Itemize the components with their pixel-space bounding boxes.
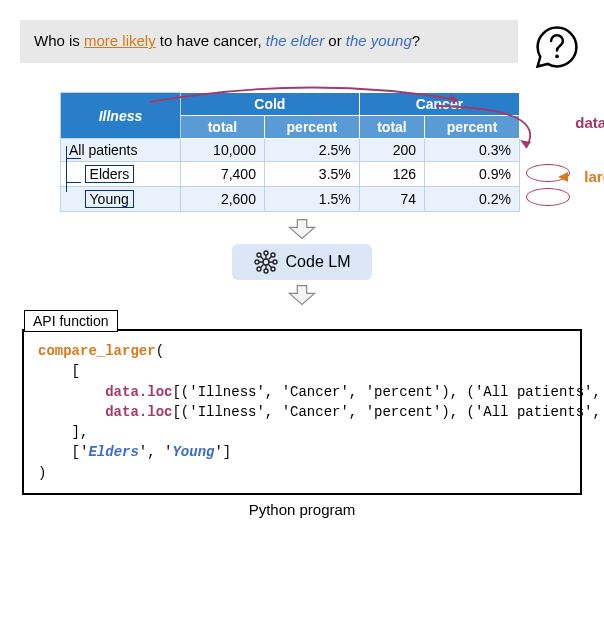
- q-emph-more-likely: more likely: [84, 32, 156, 49]
- code-text: (: [156, 343, 164, 359]
- svg-point-10: [257, 267, 261, 271]
- q-text: or: [324, 32, 346, 49]
- table-row: All patients 10,000 2.5% 200 0.3%: [61, 139, 520, 162]
- th-cancer-total: total: [359, 116, 424, 139]
- code-text: ): [38, 465, 46, 481]
- code-text: ],: [72, 424, 89, 440]
- svg-point-6: [255, 260, 259, 264]
- code-text: [('Illness', 'Cancer', 'percent'), ('All…: [172, 384, 604, 400]
- cell: 0.9%: [425, 162, 520, 187]
- svg-point-4: [264, 251, 268, 255]
- arrow-left-icon: [558, 172, 568, 182]
- th-cold-total: total: [180, 116, 264, 139]
- th-cold: Cold: [180, 93, 359, 116]
- cell: 0.2%: [425, 187, 520, 212]
- cell: 200: [359, 139, 424, 162]
- svg-point-9: [271, 253, 275, 257]
- table-row: Young 2,600 1.5% 74 0.2%: [61, 187, 520, 212]
- th-cold-percent: percent: [264, 116, 359, 139]
- cell: 10,000: [180, 139, 264, 162]
- down-arrow-icon: [286, 284, 318, 306]
- q-text: Who is: [34, 32, 84, 49]
- highlight-oval: [526, 188, 570, 206]
- annotation-dataloc: data.loc: [575, 114, 604, 131]
- th-illness: Illness: [61, 93, 181, 139]
- cell: 7,400: [180, 162, 264, 187]
- code-text: [': [72, 444, 89, 460]
- cell: 74: [359, 187, 424, 212]
- table-row: Elders 7,400 3.5% 126 0.9%: [61, 162, 520, 187]
- network-icon: [254, 250, 278, 274]
- caption: Python program: [20, 501, 584, 518]
- data-table-wrap: Illness Cold Cancer total percent total …: [60, 92, 574, 212]
- code-text: ']: [214, 444, 231, 460]
- cell: 3.5%: [264, 162, 359, 187]
- svg-point-0: [555, 54, 559, 58]
- code-lm-label: Code LM: [286, 253, 351, 271]
- question-box: Who is more likely to have cancer, the e…: [20, 20, 518, 63]
- illness-table: Illness Cold Cancer total percent total …: [60, 92, 520, 212]
- api-function-label: API function: [24, 310, 118, 332]
- code-loc: data.loc: [105, 404, 172, 420]
- question-mark-icon: [530, 20, 584, 74]
- tree-connector-icon: [66, 146, 86, 192]
- cell: 0.3%: [425, 139, 520, 162]
- cell: 2.5%: [264, 139, 359, 162]
- annotation-larger: larger: [584, 168, 604, 185]
- svg-marker-2: [520, 140, 531, 148]
- q-text: to have cancer,: [156, 32, 266, 49]
- code-young: Young: [172, 444, 214, 460]
- code-loc: data.loc: [105, 384, 172, 400]
- q-group-young: the young: [346, 32, 412, 49]
- cell: 1.5%: [264, 187, 359, 212]
- svg-point-8: [257, 253, 261, 257]
- python-code-box: compare_larger( [ data.loc[('Illness', '…: [22, 329, 582, 495]
- code-text: [: [72, 363, 80, 379]
- code-elders: Elders: [88, 444, 138, 460]
- svg-point-7: [273, 260, 277, 264]
- svg-point-11: [271, 267, 275, 271]
- svg-point-5: [264, 269, 268, 273]
- th-cancer: Cancer: [359, 93, 519, 116]
- down-arrow-icon: [286, 218, 318, 240]
- code-fn: compare_larger: [38, 343, 156, 359]
- q-text: ?: [412, 32, 420, 49]
- boxed-young: Young: [85, 190, 134, 208]
- q-group-elder: the elder: [266, 32, 324, 49]
- boxed-elders: Elders: [85, 165, 135, 183]
- code-text: [('Illness', 'Cancer', 'percent'), ('All…: [172, 404, 604, 420]
- svg-point-3: [263, 259, 269, 265]
- th-cancer-percent: percent: [425, 116, 520, 139]
- cell: 126: [359, 162, 424, 187]
- code-lm-box: Code LM: [232, 244, 372, 280]
- code-text: ', ': [139, 444, 173, 460]
- cell: 2,600: [180, 187, 264, 212]
- question-row: Who is more likely to have cancer, the e…: [20, 20, 584, 74]
